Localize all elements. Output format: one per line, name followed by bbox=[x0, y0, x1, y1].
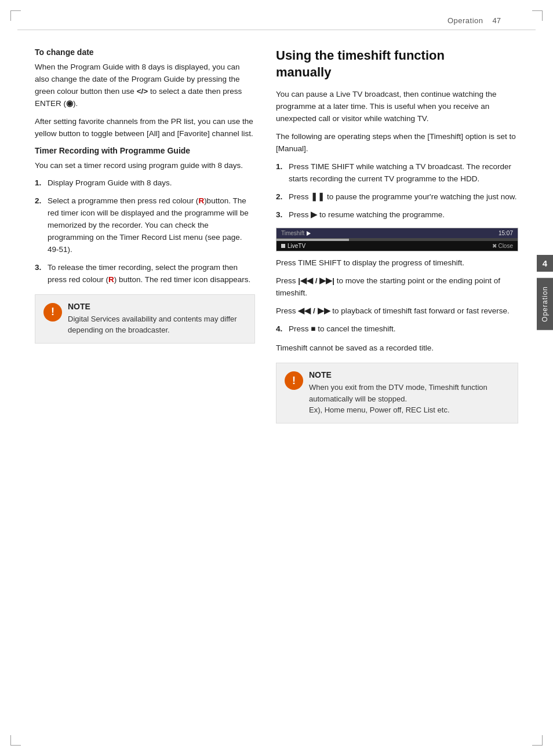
after-screenshot-para-2: Press |◀◀ / ▶▶| to move the starting poi… bbox=[276, 275, 518, 300]
side-chapter-number: 4 bbox=[537, 255, 553, 272]
after-step4-text: Timeshift cannot be saved as a recorded … bbox=[276, 342, 518, 355]
left-column: To change date When the Program Guide wi… bbox=[35, 48, 255, 423]
note-icon-left: ! bbox=[43, 303, 62, 322]
right-note-text: When you exit from the DTV mode, Timeshi… bbox=[309, 382, 510, 416]
right-list-content-2: Press ❚❚ to pause the programme your're … bbox=[289, 191, 518, 203]
note-icon-right: ! bbox=[285, 371, 303, 390]
list-content-1: Display Program Guide with 8 days. bbox=[48, 177, 255, 189]
right-steps-list: 1. Press TIME SHIFT while watching a TV … bbox=[276, 161, 518, 221]
tv-live-text: LiveTV bbox=[288, 243, 305, 249]
tv-play-icon bbox=[307, 231, 311, 236]
left-note-title: NOTE bbox=[68, 302, 246, 311]
list-item: 3. Press ▶ to resume watching the progra… bbox=[276, 209, 518, 221]
right-list-content-1: Press TIME SHIFT while watching a TV bro… bbox=[289, 161, 518, 185]
change-date-heading: To change date bbox=[35, 48, 255, 57]
main-heading: Using the timeshift function manually bbox=[276, 48, 518, 81]
left-note-text: Digital Services availability and conten… bbox=[68, 313, 246, 336]
after-screenshot-para-3: Press ◀◀ / ▶▶ to playback of timeshift f… bbox=[276, 305, 518, 317]
right-note-box: ! NOTE When you exit from the DTV mode, … bbox=[276, 363, 518, 423]
tv-label: Timeshift bbox=[281, 230, 311, 236]
list-content-2: Select a programme then press red colour… bbox=[48, 195, 255, 256]
timer-recording-intro: You can set a timer record using program… bbox=[35, 160, 255, 172]
right-list-content-4: Press ■ to cancel the timeshift. bbox=[289, 323, 518, 335]
tv-live-dot bbox=[281, 244, 285, 248]
right-list-num-2: 2. bbox=[276, 191, 289, 203]
corner-mark-tr bbox=[532, 10, 543, 21]
content-wrapper: To change date When the Program Guide wi… bbox=[0, 30, 553, 441]
list-num-3: 3. bbox=[35, 262, 48, 274]
list-num-1: 1. bbox=[35, 177, 48, 189]
tv-screenshot: Timeshift 15:07 LiveTV ✖ Close bbox=[276, 228, 518, 251]
right-list-content-3: Press ▶ to resume watching the programme… bbox=[289, 209, 518, 221]
tv-top-bar: Timeshift 15:07 bbox=[276, 228, 518, 239]
change-date-para1: When the Program Guide with 8 days is di… bbox=[35, 61, 255, 110]
list-item: 2. Select a programme then press red col… bbox=[35, 195, 255, 256]
list-item: 1. Press TIME SHIFT while watching a TV … bbox=[276, 161, 518, 185]
left-note-content: NOTE Digital Services availability and c… bbox=[68, 302, 246, 336]
timer-recording-list: 1. Display Program Guide with 8 days. 2.… bbox=[35, 177, 255, 286]
list-item: 4. Press ■ to cancel the timeshift. bbox=[276, 323, 518, 335]
main-heading-line2: manually bbox=[276, 65, 331, 79]
right-step4-list: 4. Press ■ to cancel the timeshift. bbox=[276, 323, 518, 335]
list-item: 3. To release the timer recording, selec… bbox=[35, 262, 255, 286]
tv-close-label: ✖ Close bbox=[492, 243, 513, 249]
list-item: 1. Display Program Guide with 8 days. bbox=[35, 177, 255, 189]
side-tab-label: Operation bbox=[537, 278, 553, 330]
right-intro-para1: You can pause a Live TV broadcast, then … bbox=[276, 89, 518, 125]
list-item: 2. Press ❚❚ to pause the programme your'… bbox=[276, 191, 518, 203]
left-note-box: ! NOTE Digital Services availability and… bbox=[35, 294, 255, 344]
list-num-2: 2. bbox=[35, 195, 48, 207]
header-section-label: Operation bbox=[448, 16, 483, 25]
right-intro-para2: The following are operating steps when t… bbox=[276, 131, 518, 155]
change-date-para2: After setting favorite channels from the… bbox=[35, 116, 255, 140]
timer-recording-heading: Timer Recording with Programme Guide bbox=[35, 146, 255, 155]
tv-live-label: LiveTV bbox=[281, 243, 305, 249]
corner-mark-tl bbox=[10, 10, 21, 21]
right-note-title: NOTE bbox=[309, 370, 510, 379]
tv-bottom-bar: LiveTV ✖ Close bbox=[276, 241, 518, 251]
timeshift-label: Timeshift bbox=[281, 230, 304, 236]
timer-recording-section: Timer Recording with Programme Guide You… bbox=[35, 146, 255, 286]
right-note-content: NOTE When you exit from the DTV mode, Ti… bbox=[309, 370, 510, 416]
right-list-num-3: 3. bbox=[276, 209, 289, 221]
right-list-num-1: 1. bbox=[276, 161, 289, 173]
corner-mark-br bbox=[532, 735, 543, 746]
list-content-3: To release the timer recording, select t… bbox=[48, 262, 255, 286]
main-heading-line1: Using the timeshift function bbox=[276, 48, 445, 63]
corner-mark-bl bbox=[10, 735, 21, 746]
page-header: Operation 47 bbox=[17, 0, 536, 30]
tv-time: 15:07 bbox=[499, 230, 513, 236]
change-date-section: To change date When the Program Guide wi… bbox=[35, 48, 255, 140]
header-page-number: 47 bbox=[493, 16, 501, 25]
after-screenshot-para-1: Press TIME SHIFT to display the progress… bbox=[276, 257, 518, 269]
right-column: Using the timeshift function manually Yo… bbox=[276, 48, 518, 423]
right-list-num-4: 4. bbox=[276, 323, 289, 335]
